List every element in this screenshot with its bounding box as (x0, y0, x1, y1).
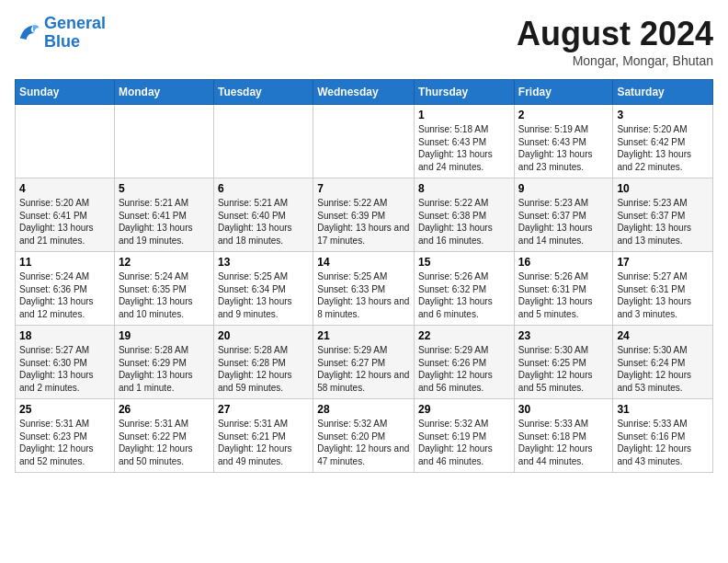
calendar-cell: 24Sunrise: 5:30 AM Sunset: 6:24 PM Dayli… (613, 326, 713, 399)
day-info: Sunrise: 5:27 AM Sunset: 6:31 PM Dayligh… (617, 270, 709, 320)
calendar-cell: 27Sunrise: 5:31 AM Sunset: 6:21 PM Dayli… (213, 399, 313, 473)
calendar-cell: 25Sunrise: 5:31 AM Sunset: 6:23 PM Dayli… (16, 399, 115, 473)
day-number: 2 (518, 109, 609, 121)
day-number: 14 (317, 256, 410, 269)
day-number: 12 (119, 256, 210, 269)
day-number: 10 (617, 182, 709, 195)
day-info: Sunrise: 5:30 AM Sunset: 6:24 PM Dayligh… (617, 344, 709, 394)
calendar-week-row: 11Sunrise: 5:24 AM Sunset: 6:36 PM Dayli… (16, 252, 713, 326)
calendar-cell: 4Sunrise: 5:20 AM Sunset: 6:41 PM Daylig… (16, 178, 115, 252)
day-info: Sunrise: 5:29 AM Sunset: 6:27 PM Dayligh… (317, 344, 410, 394)
calendar-week-row: 18Sunrise: 5:27 AM Sunset: 6:30 PM Dayli… (16, 326, 713, 399)
weekday-header-cell: Monday (114, 80, 213, 105)
day-info: Sunrise: 5:24 AM Sunset: 6:35 PM Dayligh… (119, 270, 210, 320)
day-number: 23 (518, 329, 609, 342)
day-number: 5 (119, 182, 210, 195)
day-number: 29 (418, 403, 510, 416)
day-info: Sunrise: 5:20 AM Sunset: 6:41 PM Dayligh… (19, 197, 110, 247)
calendar-cell: 10Sunrise: 5:23 AM Sunset: 6:37 PM Dayli… (613, 178, 713, 252)
day-info: Sunrise: 5:28 AM Sunset: 6:28 PM Dayligh… (218, 344, 309, 394)
day-number: 22 (418, 329, 510, 342)
day-number: 18 (19, 329, 110, 342)
calendar-cell: 8Sunrise: 5:22 AM Sunset: 6:38 PM Daylig… (415, 178, 515, 252)
calendar-cell: 14Sunrise: 5:25 AM Sunset: 6:33 PM Dayli… (313, 252, 415, 326)
calendar-week-row: 1Sunrise: 5:18 AM Sunset: 6:43 PM Daylig… (16, 105, 713, 178)
calendar-cell: 12Sunrise: 5:24 AM Sunset: 6:35 PM Dayli… (114, 252, 213, 326)
day-info: Sunrise: 5:27 AM Sunset: 6:30 PM Dayligh… (19, 344, 110, 394)
day-number: 24 (617, 329, 709, 342)
day-number: 9 (518, 182, 609, 195)
logo-icon (15, 20, 40, 46)
calendar-cell: 29Sunrise: 5:32 AM Sunset: 6:19 PM Dayli… (415, 399, 515, 473)
calendar-cell: 5Sunrise: 5:21 AM Sunset: 6:41 PM Daylig… (114, 178, 213, 252)
weekday-header-cell: Sunday (16, 80, 115, 105)
day-number: 28 (317, 403, 410, 416)
logo: General Blue (15, 15, 106, 52)
location-title: Mongar, Mongar, Bhutan (517, 53, 713, 68)
calendar-cell: 21Sunrise: 5:29 AM Sunset: 6:27 PM Dayli… (313, 326, 415, 399)
day-number: 27 (218, 403, 309, 416)
day-info: Sunrise: 5:20 AM Sunset: 6:42 PM Dayligh… (617, 123, 709, 173)
day-info: Sunrise: 5:19 AM Sunset: 6:43 PM Dayligh… (518, 123, 609, 173)
day-number: 15 (418, 256, 510, 269)
day-info: Sunrise: 5:22 AM Sunset: 6:39 PM Dayligh… (317, 197, 410, 247)
calendar-cell (114, 105, 213, 178)
day-info: Sunrise: 5:23 AM Sunset: 6:37 PM Dayligh… (617, 197, 709, 247)
weekday-header-cell: Friday (514, 80, 613, 105)
day-info: Sunrise: 5:22 AM Sunset: 6:38 PM Dayligh… (418, 197, 510, 247)
calendar-week-row: 25Sunrise: 5:31 AM Sunset: 6:23 PM Dayli… (16, 399, 713, 473)
day-info: Sunrise: 5:23 AM Sunset: 6:37 PM Dayligh… (518, 197, 609, 247)
day-number: 19 (119, 329, 210, 342)
day-info: Sunrise: 5:25 AM Sunset: 6:34 PM Dayligh… (218, 270, 309, 320)
calendar-cell: 31Sunrise: 5:33 AM Sunset: 6:16 PM Dayli… (613, 399, 713, 473)
weekday-header-cell: Thursday (415, 80, 515, 105)
day-number: 21 (317, 329, 410, 342)
day-number: 7 (317, 182, 410, 195)
calendar-cell: 28Sunrise: 5:32 AM Sunset: 6:20 PM Dayli… (313, 399, 415, 473)
day-info: Sunrise: 5:26 AM Sunset: 6:31 PM Dayligh… (518, 270, 609, 320)
calendar-week-row: 4Sunrise: 5:20 AM Sunset: 6:41 PM Daylig… (16, 178, 713, 252)
calendar-cell: 6Sunrise: 5:21 AM Sunset: 6:40 PM Daylig… (213, 178, 313, 252)
calendar-body: 1Sunrise: 5:18 AM Sunset: 6:43 PM Daylig… (16, 105, 713, 473)
day-info: Sunrise: 5:33 AM Sunset: 6:16 PM Dayligh… (617, 418, 709, 467)
day-number: 25 (19, 403, 110, 416)
calendar-cell: 2Sunrise: 5:19 AM Sunset: 6:43 PM Daylig… (514, 105, 613, 178)
day-number: 30 (518, 403, 609, 416)
day-info: Sunrise: 5:32 AM Sunset: 6:20 PM Dayligh… (317, 418, 410, 467)
calendar-table: SundayMondayTuesdayWednesdayThursdayFrid… (15, 79, 713, 473)
page-header: General Blue August 2024 Mongar, Mongar,… (15, 15, 713, 68)
logo-text: General (44, 15, 106, 33)
weekday-header-row: SundayMondayTuesdayWednesdayThursdayFrid… (16, 80, 713, 105)
day-number: 4 (19, 182, 110, 195)
day-info: Sunrise: 5:31 AM Sunset: 6:23 PM Dayligh… (19, 418, 110, 467)
calendar-cell: 23Sunrise: 5:30 AM Sunset: 6:25 PM Dayli… (514, 326, 613, 399)
day-number: 11 (19, 256, 110, 269)
day-info: Sunrise: 5:25 AM Sunset: 6:33 PM Dayligh… (317, 270, 410, 320)
calendar-cell (313, 105, 415, 178)
day-info: Sunrise: 5:33 AM Sunset: 6:18 PM Dayligh… (518, 418, 609, 467)
day-number: 20 (218, 329, 309, 342)
weekday-header-cell: Tuesday (213, 80, 313, 105)
calendar-cell (213, 105, 313, 178)
calendar-cell: 1Sunrise: 5:18 AM Sunset: 6:43 PM Daylig… (415, 105, 515, 178)
day-number: 17 (617, 256, 709, 269)
calendar-cell: 20Sunrise: 5:28 AM Sunset: 6:28 PM Dayli… (213, 326, 313, 399)
calendar-cell: 3Sunrise: 5:20 AM Sunset: 6:42 PM Daylig… (613, 105, 713, 178)
calendar-cell: 26Sunrise: 5:31 AM Sunset: 6:22 PM Dayli… (114, 399, 213, 473)
title-block: August 2024 Mongar, Mongar, Bhutan (517, 15, 713, 68)
month-title: August 2024 (517, 15, 713, 53)
calendar-cell: 30Sunrise: 5:33 AM Sunset: 6:18 PM Dayli… (514, 399, 613, 473)
day-number: 6 (218, 182, 309, 195)
calendar-cell: 11Sunrise: 5:24 AM Sunset: 6:36 PM Dayli… (16, 252, 115, 326)
calendar-cell: 16Sunrise: 5:26 AM Sunset: 6:31 PM Dayli… (514, 252, 613, 326)
day-number: 3 (617, 109, 709, 121)
calendar-cell (16, 105, 115, 178)
calendar-cell: 22Sunrise: 5:29 AM Sunset: 6:26 PM Dayli… (415, 326, 515, 399)
day-number: 8 (418, 182, 510, 195)
day-number: 31 (617, 403, 709, 416)
logo-text2: Blue (44, 33, 106, 52)
calendar-cell: 17Sunrise: 5:27 AM Sunset: 6:31 PM Dayli… (613, 252, 713, 326)
day-info: Sunrise: 5:31 AM Sunset: 6:21 PM Dayligh… (218, 418, 309, 467)
day-number: 1 (418, 109, 510, 121)
day-info: Sunrise: 5:26 AM Sunset: 6:32 PM Dayligh… (418, 270, 510, 320)
